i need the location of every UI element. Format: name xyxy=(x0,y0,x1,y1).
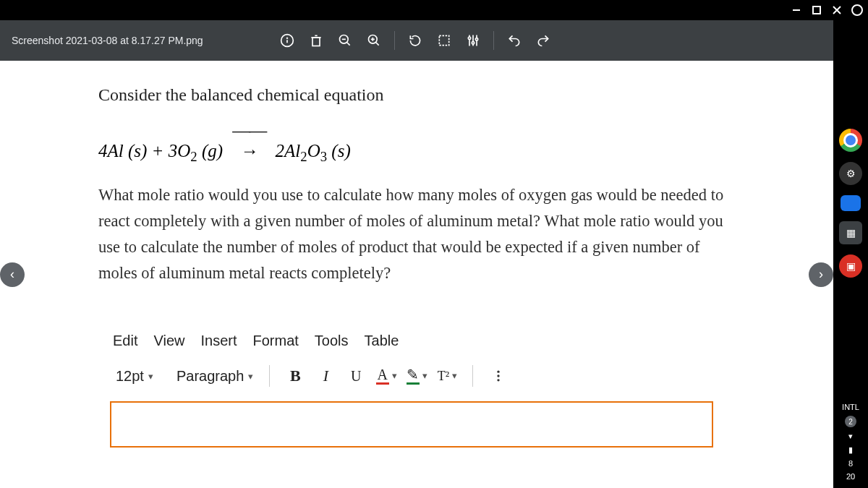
delete-icon[interactable] xyxy=(303,27,329,53)
eq-term: 4Al (s) xyxy=(98,141,147,160)
chevron-down-icon: ▾ xyxy=(148,371,153,382)
more-format-icon[interactable] xyxy=(486,364,511,388)
svg-line-14 xyxy=(375,43,378,46)
toolbar-separator xyxy=(493,31,494,50)
keyboard-indicator: INTL xyxy=(842,403,859,411)
menu-insert[interactable]: Insert xyxy=(200,333,237,349)
svg-point-22 xyxy=(472,42,474,44)
battery-icon: ▮ xyxy=(848,445,853,455)
clock-hour: 8 xyxy=(848,459,853,468)
window-title-bar xyxy=(0,0,868,20)
chevron-down-icon: ▾ xyxy=(422,370,427,382)
chevron-down-icon: ▾ xyxy=(452,370,457,382)
minimize-button[interactable] xyxy=(790,4,803,17)
svg-point-28 xyxy=(498,374,500,377)
paragraph-style-dropdown[interactable]: Paragraph ▾ xyxy=(174,367,256,386)
t2-label: T² xyxy=(438,369,449,384)
font-size-value: 12pt xyxy=(116,368,144,385)
prev-image-button[interactable]: ‹ xyxy=(0,262,25,287)
eq-arrow: ——→ xyxy=(227,121,271,161)
rich-text-editor: Edit View Insert Format Tools Table 12pt… xyxy=(98,328,725,448)
svg-point-21 xyxy=(468,37,470,39)
rotate-icon[interactable] xyxy=(402,27,428,53)
svg-point-23 xyxy=(475,38,477,40)
settings-app-icon[interactable]: ⚙ xyxy=(839,162,862,185)
wifi-icon: ▾ xyxy=(848,432,853,441)
close-button[interactable] xyxy=(830,4,843,17)
viewer-toolbar: Screenshot 2021-03-08 at 8.17.27 PM.png xyxy=(0,20,868,61)
zoom-out-icon[interactable] xyxy=(332,27,358,53)
redo-icon[interactable] xyxy=(530,27,556,53)
question-title: Consider the balanced chemical equation xyxy=(98,85,725,105)
adjust-icon[interactable] xyxy=(460,27,486,53)
underline-button[interactable]: U xyxy=(344,364,368,388)
svg-point-29 xyxy=(498,379,500,381)
editor-format-toolbar: 12pt ▾ Paragraph ▾ B I U A ▾ ✎ ▾ xyxy=(110,359,713,401)
paragraph-style-value: Paragraph xyxy=(176,368,244,385)
highlight-button[interactable]: ✎ ▾ xyxy=(404,364,429,388)
menu-edit[interactable]: Edit xyxy=(113,333,137,349)
account-circle-icon[interactable] xyxy=(851,4,864,17)
menu-view[interactable]: View xyxy=(153,333,184,349)
menu-tools[interactable]: Tools xyxy=(315,333,349,349)
svg-rect-1 xyxy=(813,7,820,14)
page-content: Consider the balanced chemical equation … xyxy=(77,61,757,488)
bold-button[interactable]: B xyxy=(283,364,307,388)
chevron-down-icon: ▾ xyxy=(392,370,397,382)
italic-button[interactable]: I xyxy=(313,364,338,388)
chemical-equation: 4Al (s) + 3O2 (g) ——→ 2Al2O3 (s) xyxy=(98,121,725,165)
gallery-app-icon[interactable]: ▣ xyxy=(839,254,862,278)
svg-rect-7 xyxy=(312,38,320,46)
svg-rect-17 xyxy=(439,35,448,45)
eq-term: O xyxy=(307,141,320,160)
chevron-down-icon: ▾ xyxy=(248,371,253,382)
next-image-button[interactable]: › xyxy=(809,262,833,287)
maximize-button[interactable] xyxy=(810,4,823,17)
svg-point-6 xyxy=(286,38,287,38)
eq-subscript: 2 xyxy=(190,149,197,164)
files-app-icon[interactable] xyxy=(841,195,861,211)
eq-plus: + xyxy=(147,141,168,160)
content-area: ‹ › Consider the balanced chemical equat… xyxy=(0,61,833,488)
editor-input-area[interactable] xyxy=(110,401,713,448)
toolbar-separator xyxy=(394,31,395,50)
zoom-in-icon[interactable] xyxy=(361,27,387,53)
clock-min: 20 xyxy=(846,472,855,481)
menu-table[interactable]: Table xyxy=(365,333,399,349)
system-tray[interactable]: INTL 2 ▾ ▮ 8 20 xyxy=(842,403,859,488)
font-color-button[interactable]: A ▾ xyxy=(374,364,399,388)
svg-point-27 xyxy=(498,371,500,373)
eq-subscript: 3 xyxy=(320,149,327,164)
eq-term: 2Al xyxy=(271,141,300,160)
editor-menubar: Edit View Insert Format Tools Table xyxy=(110,328,713,359)
toolbar-separator xyxy=(269,365,270,387)
superscript-button[interactable]: T² ▾ xyxy=(435,364,459,388)
crop-icon[interactable] xyxy=(431,27,457,53)
svg-line-11 xyxy=(346,43,349,46)
toolbar-separator xyxy=(472,365,473,387)
eq-subscript: 2 xyxy=(300,149,307,164)
notification-badge: 2 xyxy=(845,416,856,427)
question-body: What mole ratio would you use to calcula… xyxy=(98,182,725,286)
undo-icon[interactable] xyxy=(501,27,527,53)
menu-format[interactable]: Format xyxy=(253,333,299,349)
os-dock: ⚙ ▦ ▣ INTL 2 ▾ ▮ 8 20 xyxy=(833,20,868,488)
eq-state: (g) xyxy=(197,141,223,160)
app-icon[interactable]: ▦ xyxy=(839,221,862,244)
file-name: Screenshot 2021-03-08 at 8.17.27 PM.png xyxy=(7,35,203,46)
eq-state: (s) xyxy=(327,141,351,160)
info-icon[interactable] xyxy=(274,27,300,53)
chrome-app-icon[interactable] xyxy=(839,129,862,152)
eq-term: 3O xyxy=(169,141,191,160)
font-size-dropdown[interactable]: 12pt ▾ xyxy=(113,367,156,386)
